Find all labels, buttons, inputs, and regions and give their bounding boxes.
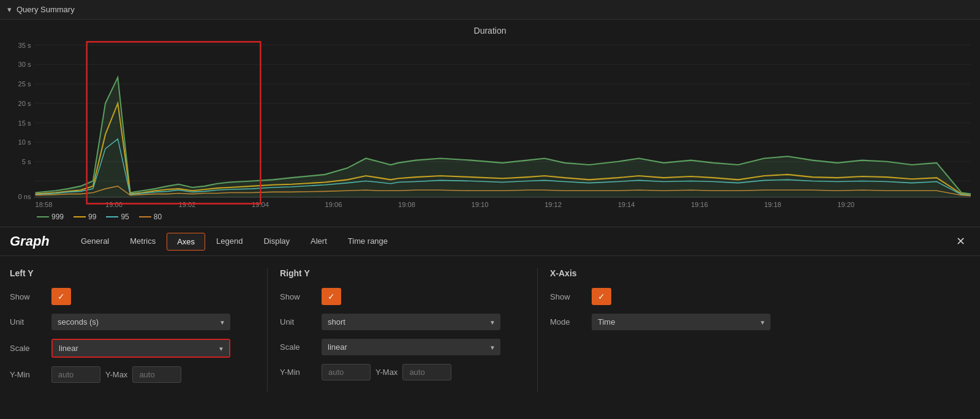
legend-line-80 (139, 216, 151, 217)
tab-time-range[interactable]: Time range (338, 233, 398, 251)
graph-editor-title: Graph (10, 233, 59, 249)
tab-alert[interactable]: Alert (301, 233, 337, 251)
svg-text:18:58: 18:58 (36, 201, 53, 208)
right-y-show-checkbox[interactable]: ✓ (322, 288, 341, 305)
x-axis-mode-label: Mode (550, 317, 587, 327)
right-y-minmax-row: Y-Min Y-Max (280, 364, 500, 380)
legend-label-999: 999 (51, 213, 64, 221)
left-y-unit-label: Unit (10, 317, 47, 327)
left-y-unit-select-wrapper: seconds (s) milliseconds (ms) short none… (51, 314, 230, 330)
svg-text:0 ns: 0 ns (18, 193, 31, 200)
x-axis-show-checkbox[interactable]: ✓ (592, 288, 611, 305)
right-y-scale-row: Scale linear log ▼ (280, 339, 500, 355)
right-y-min-label: Y-Min (280, 368, 317, 377)
right-y-show-row: Show ✓ (280, 288, 500, 305)
left-y-title: Left Y (10, 268, 230, 278)
graph-editor-header: Graph General Metrics Axes Legend Displa… (0, 227, 980, 256)
right-y-show-label: Show (280, 292, 317, 301)
svg-text:19:10: 19:10 (472, 201, 489, 208)
legend-label-80: 80 (154, 213, 162, 221)
svg-marker-29 (36, 77, 971, 197)
right-y-scale-label: Scale (280, 342, 317, 352)
left-y-scale-select-wrapper: linear log ▼ (51, 339, 230, 358)
right-y-unit-row: Unit short seconds (s) milliseconds (ms)… (280, 314, 500, 330)
chart-title: Duration (6, 26, 974, 36)
axes-panel: Left Y Show ✓ Unit seconds (s) milliseco… (0, 256, 980, 404)
chart-legend: 999 99 95 80 (6, 210, 974, 224)
right-y-max-input[interactable] (402, 364, 451, 380)
tab-metrics[interactable]: Metrics (120, 233, 165, 251)
svg-text:19:20: 19:20 (837, 201, 854, 208)
tabs-container: General Metrics Axes Legend Display Aler… (71, 233, 951, 251)
svg-text:10 s: 10 s (18, 138, 31, 146)
query-summary-header[interactable]: ▾ Query Summary (0, 0, 980, 20)
left-y-show-row: Show ✓ (10, 288, 230, 305)
close-button[interactable]: ✕ (951, 232, 970, 251)
right-y-scale-select-wrapper: linear log ▼ (322, 339, 500, 355)
right-y-title: Right Y (280, 268, 500, 278)
left-right-divider (267, 268, 268, 391)
left-y-section: Left Y Show ✓ Unit seconds (s) milliseco… (10, 268, 255, 391)
graph-editor: Graph General Metrics Axes Legend Displa… (0, 227, 980, 404)
legend-item-99: 99 (74, 213, 96, 221)
tab-general[interactable]: General (71, 233, 119, 251)
svg-text:30 s: 30 s (18, 61, 31, 68)
svg-text:19:18: 19:18 (764, 201, 782, 208)
right-y-max-label: Y-Max (375, 368, 398, 377)
left-y-show-label: Show (10, 292, 47, 301)
chart-container: Duration 35 s 30 s 25 s 20 s 15 s 10 s 5… (0, 20, 980, 227)
legend-label-99: 99 (88, 213, 96, 221)
left-y-unit-select[interactable]: seconds (s) milliseconds (ms) short none (51, 314, 230, 330)
right-y-section: Right Y Show ✓ Unit short seconds (s) mi… (280, 268, 525, 391)
left-y-max-label: Y-Max (105, 370, 127, 379)
legend-line-99 (74, 216, 86, 217)
chevron-icon: ▾ (7, 5, 12, 14)
left-y-scale-row: Scale linear log ▼ (10, 339, 230, 358)
svg-text:19:06: 19:06 (325, 201, 342, 208)
left-y-scale-label: Scale (10, 344, 47, 353)
left-y-min-label: Y-Min (10, 370, 47, 379)
right-y-min-input[interactable] (322, 364, 371, 380)
legend-line-999 (37, 216, 49, 217)
tab-display[interactable]: Display (254, 233, 300, 251)
svg-text:25 s: 25 s (18, 80, 31, 88)
x-axis-section: X-Axis Show ✓ Mode Time Series Histogram… (550, 268, 795, 391)
svg-text:19:16: 19:16 (691, 201, 708, 208)
svg-text:5 s: 5 s (22, 158, 31, 165)
tab-legend[interactable]: Legend (206, 233, 252, 251)
x-axis-show-row: Show ✓ (550, 288, 771, 305)
right-y-unit-select-wrapper: short seconds (s) milliseconds (ms) none… (322, 314, 500, 330)
right-y-unit-label: Unit (280, 317, 317, 327)
tab-axes[interactable]: Axes (167, 233, 205, 251)
chart-svg: 35 s 30 s 25 s 20 s 15 s 10 s 5 s 0 ns 1… (6, 39, 974, 210)
legend-label-95: 95 (121, 213, 129, 221)
left-y-unit-row: Unit seconds (s) milliseconds (ms) short… (10, 314, 230, 330)
right-xaxis-divider (537, 268, 538, 391)
left-y-max-input[interactable] (132, 366, 181, 383)
left-y-minmax-row: Y-Min Y-Max (10, 366, 230, 383)
svg-text:19:12: 19:12 (545, 201, 562, 208)
svg-text:20 s: 20 s (18, 100, 31, 107)
left-y-scale-select[interactable]: linear log (53, 340, 229, 357)
x-axis-title: X-Axis (550, 268, 771, 278)
svg-text:35 s: 35 s (18, 42, 31, 49)
legend-item-95: 95 (106, 213, 129, 221)
right-y-scale-select[interactable]: linear log (322, 339, 500, 355)
legend-item-999: 999 (37, 213, 64, 221)
left-y-min-input[interactable] (51, 366, 100, 383)
legend-item-80: 80 (139, 213, 162, 221)
x-axis-show-label: Show (550, 292, 587, 301)
x-axis-mode-select-wrapper: Time Series Histogram ▼ (592, 314, 771, 330)
svg-text:19:08: 19:08 (398, 201, 415, 208)
right-y-unit-select[interactable]: short seconds (s) milliseconds (ms) none (322, 314, 500, 330)
x-axis-mode-row: Mode Time Series Histogram ▼ (550, 314, 771, 330)
chart-area: 35 s 30 s 25 s 20 s 15 s 10 s 5 s 0 ns 1… (6, 39, 974, 210)
x-axis-mode-select[interactable]: Time Series Histogram (592, 314, 771, 330)
query-summary-title: Query Summary (17, 5, 75, 14)
legend-line-95 (106, 216, 118, 217)
svg-text:15 s: 15 s (18, 119, 31, 126)
svg-text:19:14: 19:14 (618, 201, 635, 208)
left-y-show-checkbox[interactable]: ✓ (51, 288, 71, 305)
